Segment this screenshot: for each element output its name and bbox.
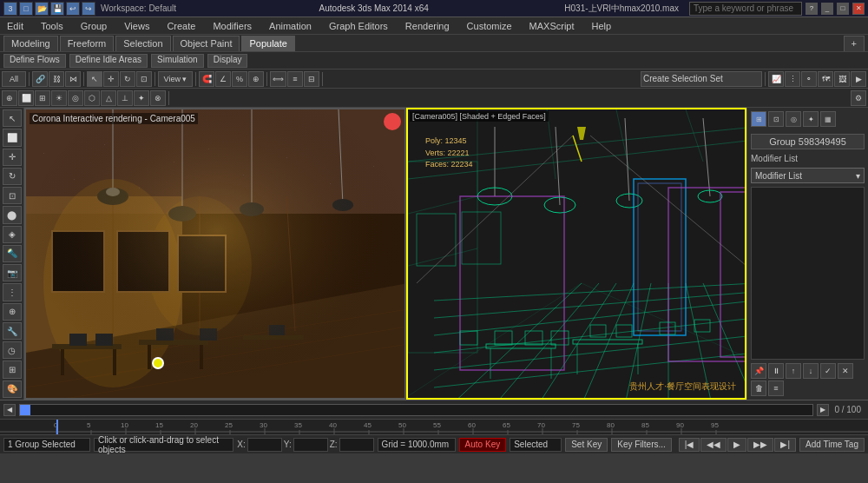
left-tool-5[interactable]: ⊡ [3,187,22,204]
menu-help[interactable]: Help [589,19,615,33]
rp-list-btn[interactable]: ≡ [768,380,784,396]
tool-b[interactable]: ⬜ [18,90,34,106]
left-tool-15[interactable]: 🎨 [3,380,22,398]
rp-tab-hierarchy[interactable]: ◎ [786,111,801,127]
x-field[interactable] [247,438,282,452]
mirror-tool[interactable]: ⟺ [270,71,286,87]
tool-j[interactable]: ⊗ [150,90,166,106]
percent-snap[interactable]: % [232,71,247,87]
view-dropdown[interactable]: View ▾ [158,71,193,87]
tool-c[interactable]: ⊞ [35,90,50,106]
define-idle-btn[interactable]: Define Idle Areas [69,54,148,68]
tab-selection[interactable]: Selection [115,36,170,51]
viewport-render[interactable]: Corona Interactive rendering - Camera005 [24,108,406,400]
maximize-btn[interactable]: □ [837,3,849,15]
undo-btn[interactable]: ↩ [66,2,80,16]
align-tool[interactable]: ≡ [287,71,303,87]
angle-snap[interactable]: ∠ [215,71,231,87]
tab-modeling[interactable]: Modeling [3,36,58,51]
menu-group[interactable]: Group [77,19,111,33]
left-tool-6[interactable]: ⬤ [3,206,22,223]
z-field[interactable] [339,438,374,452]
selection-field[interactable]: Create Selection Set [641,71,762,87]
next-key-btn[interactable]: ▶▶ [747,438,773,452]
rp-tab-motion[interactable]: ✦ [803,111,819,127]
app-icon[interactable]: 3 [3,2,17,16]
menu-maxscript[interactable]: MAXScript [526,19,578,33]
tool-i[interactable]: ✦ [134,90,149,106]
minimize-btn[interactable]: _ [821,3,833,15]
menu-animation[interactable]: Animation [266,19,315,33]
rp-x-btn[interactable]: ✕ [838,363,853,379]
menu-customize[interactable]: Customize [464,19,516,33]
tool-d[interactable]: ☀ [51,90,67,106]
settings-btn[interactable]: ⚙ [851,90,866,106]
map-btn[interactable]: 🗺 [818,71,833,87]
tab-object-paint[interactable]: Object Paint [173,36,240,51]
unlink-tool[interactable]: ⛓ [49,71,64,87]
add-time-tag-btn[interactable]: Add Time Tag [799,438,865,452]
tool-e[interactable]: ◎ [68,90,83,106]
bind-tool[interactable]: ⋈ [65,71,81,87]
rp-check-btn[interactable]: ✓ [820,363,836,379]
rp-prev-btn[interactable]: ↑ [786,363,801,379]
menu-create[interactable]: Create [163,19,199,33]
menu-views[interactable]: Views [121,19,153,33]
tab-populate[interactable]: Populate [241,36,294,51]
rp-next-btn[interactable]: ↓ [803,363,819,379]
spinner-snap[interactable]: ⊕ [248,71,264,87]
prev-key-btn[interactable]: ◀◀ [700,438,727,452]
new-btn[interactable]: □ [19,2,33,16]
left-tool-1[interactable]: ↖ [3,109,22,127]
left-tool-13[interactable]: ◷ [3,341,22,359]
tool-h[interactable]: ⊥ [117,90,133,106]
timeline-bar[interactable] [19,404,813,416]
prev-frame-btn[interactable]: |◀ [679,438,700,452]
help-btn[interactable]: ? [806,3,818,15]
scale-tool[interactable]: ⊡ [136,71,152,87]
menu-tools[interactable]: Tools [37,19,67,33]
render-btn[interactable]: 🖼 [834,71,850,87]
close-btn[interactable]: ✕ [852,3,865,15]
menu-rendering[interactable]: Rendering [402,19,453,33]
tab-freeform[interactable]: Freeform [60,36,115,51]
open-btn[interactable]: 📂 [35,2,49,16]
render2-btn[interactable]: ▶ [851,71,866,87]
play-btn[interactable]: ▶ [727,438,746,452]
display-btn[interactable]: Display [207,54,248,68]
snap-toggle[interactable]: 🧲 [199,71,214,87]
left-tool-10[interactable]: ⋮ [3,283,22,301]
viewport-wireframe[interactable]: [Camera005] [Shaded + Edged Faces] Poly:… [406,108,746,400]
tool-f[interactable]: ⬡ [84,90,100,106]
rp-pause-btn[interactable]: ⏸ [768,363,784,379]
curve-editor-btn[interactable]: 📈 [768,71,784,87]
tool-g[interactable]: △ [101,90,116,106]
y-field[interactable] [293,438,328,452]
auto-key-btn[interactable]: Auto Key [459,438,507,452]
left-tool-12[interactable]: 🔧 [3,322,22,340]
left-tool-2[interactable]: ⬜ [3,129,22,146]
align2-tool[interactable]: ⊟ [304,71,319,87]
rp-tab-display[interactable]: ▦ [820,111,836,127]
simulation-btn[interactable]: Simulation [151,54,204,68]
modifier-dropdown[interactable]: Modifier List ▾ [751,168,865,183]
select-type-dropdown[interactable]: All [2,71,26,87]
select-tool[interactable]: ↖ [87,71,102,87]
tl-prev-btn[interactable]: ◀ [3,404,16,416]
tl-next-btn[interactable]: ▶ [817,404,829,416]
menu-graph-editors[interactable]: Graph Editors [326,19,391,33]
rp-trash-btn[interactable]: 🗑 [751,380,766,396]
rp-tab-modify[interactable]: ⊡ [768,111,784,127]
left-tool-7[interactable]: ◈ [3,226,22,243]
define-flows-btn[interactable]: Define Flows [3,54,66,68]
material-btn[interactable]: ⚬ [801,71,817,87]
rotate-tool[interactable]: ↻ [120,71,135,87]
link-tool[interactable]: 🔗 [32,71,48,87]
set-key-btn[interactable]: Set Key [565,438,608,452]
save-btn[interactable]: 💾 [50,2,64,16]
key-filters-btn[interactable]: Key Filters... [611,438,672,452]
search-input[interactable] [689,2,802,16]
menu-edit[interactable]: Edit [3,19,27,33]
left-tool-8[interactable]: 🔦 [3,245,22,262]
left-tool-11[interactable]: ⊕ [3,303,22,321]
